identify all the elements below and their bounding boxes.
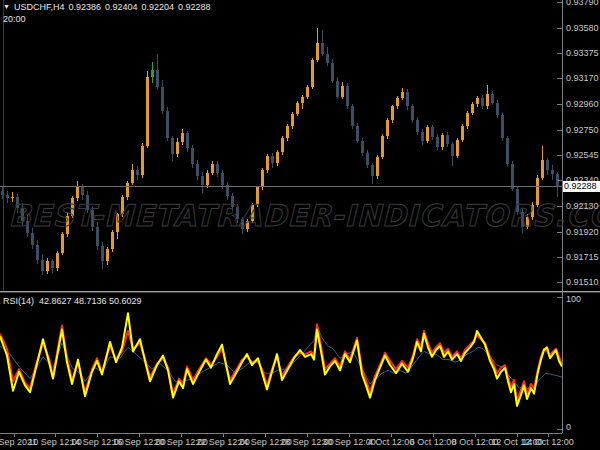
price-axis[interactable]: 0.937900.935800.933750.931700.929600.927… bbox=[563, 0, 600, 433]
chart-canvas[interactable] bbox=[0, 0, 600, 450]
price-axis-label: 0.92960 bbox=[566, 99, 599, 109]
price-axis-label: 0.91920 bbox=[566, 227, 599, 237]
rsi-scale-max-label: 100 bbox=[566, 294, 581, 304]
price-axis-label: 0.93375 bbox=[566, 48, 599, 58]
rsi-scale-min-label: 0 bbox=[566, 422, 571, 432]
price-axis-label: 0.92545 bbox=[566, 150, 599, 160]
price-axis-label: 0.91715 bbox=[566, 252, 599, 262]
price-axis-label: 0.92130 bbox=[566, 201, 599, 211]
time-axis-label: 14 Oct 12:00 bbox=[522, 437, 574, 447]
time-axis[interactable]: 8 Sep 202110 Sep 12:0014 Sep 12:0016 Sep… bbox=[0, 434, 600, 450]
price-axis-label: 0.93790 bbox=[566, 0, 599, 7]
symbol-dropdown-icon[interactable]: ▼ bbox=[3, 3, 10, 10]
price-axis-label: 0.92750 bbox=[566, 125, 599, 135]
mt4-chart-window: ▼USDCHF,H40.923860.924040.922040.92288 2… bbox=[0, 0, 600, 450]
current-price-tag: 0.92288 bbox=[563, 181, 600, 192]
time-axis-label: 6 Oct 12:00 bbox=[410, 437, 457, 447]
price-axis-label: 0.93170 bbox=[566, 73, 599, 83]
time-axis-label: 4 Oct 12:00 bbox=[368, 437, 415, 447]
price-axis-label: 0.91510 bbox=[566, 277, 599, 287]
price-axis-label: 0.93580 bbox=[566, 23, 599, 33]
